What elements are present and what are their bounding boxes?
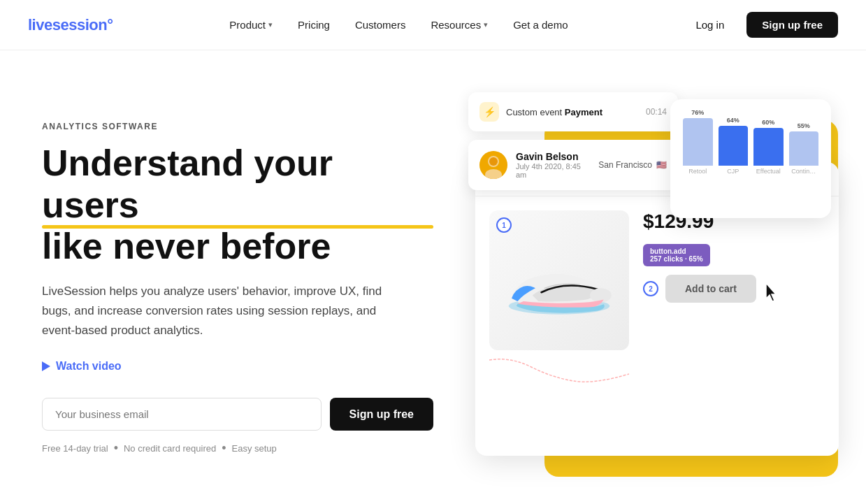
event-time: 00:14 [646, 107, 667, 117]
signup-nav-button[interactable]: Sign up free [746, 12, 838, 38]
logo-text: livesession [28, 16, 107, 34]
user-avatar [479, 151, 507, 179]
nav-resources[interactable]: Resources ▾ [421, 13, 498, 36]
email-input[interactable] [42, 398, 322, 431]
logo[interactable]: livesession° [28, 16, 113, 34]
bar-group-1: 76% Retool [683, 109, 713, 175]
hero-description: LiveSession helps you analyze users' beh… [42, 282, 405, 340]
bar-4 [789, 131, 819, 166]
signup-meta: Free 14-day trial • No credit card requi… [42, 442, 433, 454]
svg-point-3 [489, 157, 498, 166]
click-number-2: 2 [643, 281, 658, 296]
hero-left: ANALYTICS SOFTWARE Understand your users… [42, 122, 433, 455]
nav-right: Log in Sign up free [684, 12, 838, 38]
signup-form: Sign up free [42, 398, 433, 431]
watch-video-link[interactable]: Watch video [42, 360, 122, 373]
bar-chart-card: 76% Retool 64% CJP 60% Effectual 55% [670, 99, 831, 218]
nav-customers[interactable]: Customers [345, 13, 416, 36]
user-location: San Francisco 🇺🇸 [598, 160, 667, 170]
user-name: Gavin Belson [516, 151, 590, 162]
logo-dot: ° [107, 16, 113, 34]
nav-links: Product ▾ Pricing Customers Resources ▾ … [219, 13, 577, 36]
chart-bars: 76% Retool 64% CJP 60% Effectual 55% [683, 112, 818, 175]
meta-easy-setup: Easy setup [232, 443, 277, 454]
meta-trial: Free 14-day trial [42, 443, 108, 454]
bar-group-3: 60% Effectual [753, 119, 784, 175]
trend-line-svg [489, 353, 629, 388]
add-to-cart-button[interactable]: Add to cart [665, 275, 756, 303]
shoe-placeholder: 1 [489, 210, 629, 350]
hero-illustration: ⚡ Custom event Payment 00:14 Gavin Belso… [461, 92, 824, 484]
bar-2 [719, 126, 749, 166]
bar-group-4: 55% Contin… [789, 122, 819, 175]
user-date: July 4th 2020, 8:45 am [516, 162, 590, 179]
ecom-right: $129.99 button.add 257 clicks · 65% 2 Ad… [643, 210, 825, 391]
nav-pricing[interactable]: Pricing [288, 13, 340, 36]
signup-button[interactable]: Sign up free [330, 398, 433, 431]
click-tooltip: button.add 257 clicks · 65% [643, 244, 710, 266]
shoe-image-area: 1 [489, 210, 629, 391]
login-button[interactable]: Log in [684, 13, 735, 36]
avatar-svg [479, 151, 507, 179]
hero-tag: ANALYTICS SOFTWARE [42, 122, 433, 131]
play-icon [42, 361, 50, 371]
user-info: Gavin Belson July 4th 2020, 8:45 am [516, 151, 590, 179]
click-number-1: 1 [496, 217, 512, 233]
hero-title-line1: Understand your users [42, 143, 433, 226]
chevron-down-icon: ▾ [268, 20, 273, 29]
hero-section: ANALYTICS SOFTWARE Understand your users… [0, 50, 866, 504]
event-value: Payment [565, 107, 602, 117]
user-card: Gavin Belson July 4th 2020, 8:45 am San … [468, 140, 678, 190]
add-to-cart-row: 2 Add to cart [643, 275, 825, 303]
event-label: Custom event [506, 107, 562, 117]
event-icon: ⚡ [479, 102, 499, 122]
nav-product[interactable]: Product ▾ [219, 13, 282, 36]
chevron-down-icon: ▾ [484, 20, 488, 29]
custom-event-card: ⚡ Custom event Payment 00:14 [468, 92, 678, 131]
ecom-body: 1 [475, 196, 839, 405]
hero-title: Understand your users like never before [42, 143, 433, 268]
hero-title-line2: like never before [42, 226, 331, 266]
bar-3 [753, 128, 784, 166]
bar-group-2: 64% CJP [719, 117, 749, 175]
nav-get-demo[interactable]: Get a demo [503, 13, 577, 36]
meta-no-card: No credit card required [124, 443, 216, 454]
dot-separator: • [114, 442, 118, 454]
shoe-svg [500, 242, 619, 319]
cursor-icon [766, 283, 781, 303]
dot-separator: • [222, 442, 226, 454]
navbar: livesession° Product ▾ Pricing Customers… [0, 0, 866, 50]
bar-1 [683, 118, 713, 166]
